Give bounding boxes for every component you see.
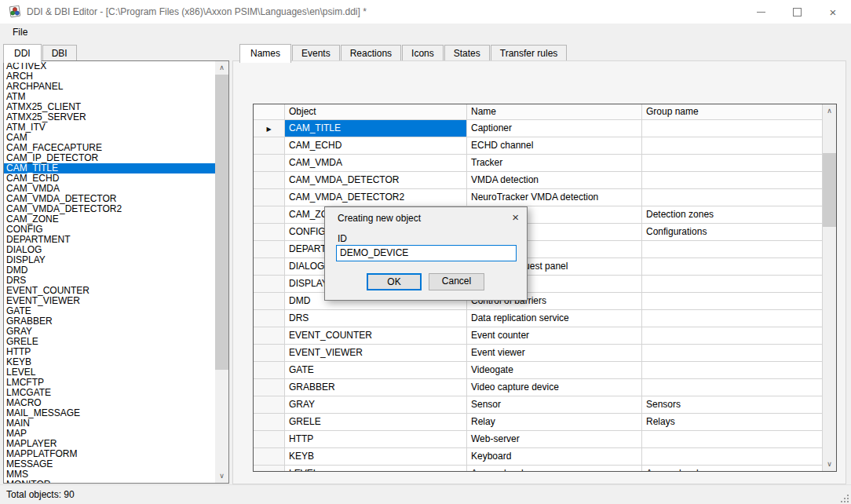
object-list[interactable]: ACTIVEXARCHARCHPANELATMATMX25_CLIENTATMX… (3, 60, 229, 484)
row-header[interactable] (254, 224, 285, 241)
cell-group[interactable] (642, 155, 823, 172)
list-item[interactable]: EVENT_VIEWER (4, 296, 228, 306)
cell-group[interactable] (642, 310, 823, 327)
list-item[interactable]: HTTP (4, 347, 228, 357)
table-row[interactable]: CAM_VMDATracker (254, 155, 823, 172)
cell-group[interactable] (642, 258, 823, 276)
row-header[interactable] (254, 276, 285, 293)
tab-reactions[interactable]: Reactions (341, 45, 401, 61)
list-scrollbar[interactable]: ∧ ∨ (215, 61, 228, 483)
table-row[interactable]: ▶CAM_TITLECaptioner (254, 120, 823, 137)
cell-name[interactable]: Relay (467, 414, 642, 431)
row-header[interactable] (254, 431, 285, 448)
table-row[interactable]: LEVELAccess levelAccess levels (254, 466, 823, 471)
table-row[interactable]: CAM_VMDA_DETECTORVMDA detection (254, 172, 823, 189)
row-header[interactable] (254, 448, 285, 466)
list-item[interactable]: MESSAGE (4, 459, 228, 469)
list-item[interactable]: GRELE (4, 337, 228, 347)
row-header[interactable] (254, 327, 285, 345)
cell-name[interactable]: Web-server (467, 431, 642, 448)
tab-transfer-rules[interactable]: Transfer rules (491, 45, 568, 61)
tab-icons[interactable]: Icons (402, 45, 444, 61)
scroll-up-icon[interactable]: ∧ (823, 104, 836, 118)
cell-object[interactable]: EVENT_VIEWER (285, 345, 467, 362)
table-row[interactable]: CAM_VMDA_DETECTOR2NeuroTracker VMDA dete… (254, 189, 823, 206)
cell-name[interactable]: Data replication service (467, 310, 642, 327)
table-row[interactable]: EVENT_VIEWEREvent viewer (254, 345, 823, 362)
cell-object[interactable]: CAM_VMDA (285, 155, 467, 172)
tab-dbi[interactable]: DBI (42, 45, 77, 61)
tab-states[interactable]: States (444, 45, 490, 61)
tab-events[interactable]: Events (292, 45, 340, 61)
row-header[interactable] (254, 172, 285, 189)
cell-group[interactable] (642, 172, 823, 189)
cell-group[interactable]: Detection zones (642, 206, 823, 224)
cell-object[interactable]: KEYB (285, 448, 467, 466)
row-header[interactable] (254, 466, 285, 471)
cell-group[interactable] (642, 120, 823, 137)
table-row[interactable]: EVENT_COUNTEREvent counter (254, 327, 823, 345)
dialog-close-button[interactable]: × (512, 210, 519, 224)
row-header[interactable] (254, 155, 285, 172)
cell-name[interactable]: Event viewer (467, 345, 642, 362)
list-item[interactable]: MONITOR (4, 480, 228, 484)
cell-group[interactable] (642, 379, 823, 396)
cell-object[interactable]: CAM_VMDA_DETECTOR2 (285, 189, 467, 206)
row-header[interactable] (254, 379, 285, 396)
cell-group[interactable]: Access levels (642, 466, 823, 471)
list-item[interactable]: DISPLAY (4, 255, 228, 265)
tab-ddi[interactable]: DDI (3, 44, 42, 63)
cell-group[interactable]: Sensors (642, 396, 823, 414)
list-scrollbar-thumb[interactable] (215, 75, 228, 370)
cell-group[interactable] (642, 293, 823, 310)
resize-grip-icon[interactable] (841, 495, 849, 502)
cell-name[interactable]: Tracker (467, 155, 642, 172)
row-header[interactable] (254, 396, 285, 414)
table-row[interactable]: KEYBKeyboard (254, 448, 823, 466)
cell-group[interactable] (642, 137, 823, 155)
grid-scrollbar[interactable]: ∧ ∨ (823, 104, 836, 471)
cell-name[interactable]: NeuroTracker VMDA detection (467, 189, 642, 206)
cell-name[interactable]: Event counter (467, 327, 642, 345)
column-header[interactable]: Name (467, 104, 642, 120)
cell-object[interactable]: HTTP (285, 431, 467, 448)
cell-name[interactable]: Video capture device (467, 379, 642, 396)
list-item[interactable]: ATM_ITV (4, 122, 228, 133)
cell-object[interactable]: EVENT_COUNTER (285, 327, 467, 345)
cell-group[interactable] (642, 276, 823, 293)
cell-object[interactable]: GRELE (285, 414, 467, 431)
list-item[interactable]: KEYB (4, 357, 228, 367)
scroll-down-icon[interactable]: ∨ (215, 469, 228, 483)
cell-object[interactable]: GRABBER (285, 379, 467, 396)
cell-group[interactable] (642, 327, 823, 345)
tab-names[interactable]: Names (239, 44, 291, 63)
column-header[interactable]: Object (285, 104, 467, 120)
scroll-down-icon[interactable]: ∨ (823, 458, 836, 471)
grid-corner-cell[interactable] (254, 104, 285, 120)
cell-object[interactable]: CAM_ECHD (285, 137, 467, 155)
menu-file[interactable]: File (0, 24, 35, 41)
cell-name[interactable]: Videogate (467, 362, 642, 379)
cell-group[interactable] (642, 362, 823, 379)
cell-name[interactable]: Captioner (467, 120, 642, 137)
cell-object[interactable]: LEVEL (285, 466, 467, 471)
list-item[interactable]: MAIN (4, 418, 228, 429)
list-item[interactable]: DMD (4, 265, 228, 276)
table-row[interactable]: CAM_ECHDECHD channel (254, 137, 823, 155)
row-header[interactable] (254, 241, 285, 258)
cell-group[interactable]: Relays (642, 414, 823, 431)
table-row[interactable]: GRAYSensorSensors (254, 396, 823, 414)
cell-object[interactable]: GATE (285, 362, 467, 379)
list-item[interactable]: GRABBER (4, 316, 228, 327)
cell-group[interactable]: Configurations (642, 224, 823, 241)
row-header[interactable] (254, 345, 285, 362)
cell-object[interactable]: DRS (285, 310, 467, 327)
cell-name[interactable]: VMDA detection (467, 172, 642, 189)
id-input[interactable]: DEMO_DEVICE (336, 245, 517, 261)
maximize-button[interactable] (779, 0, 815, 24)
row-header[interactable] (254, 189, 285, 206)
minimize-button[interactable] (743, 0, 779, 24)
cell-object[interactable]: GRAY (285, 396, 467, 414)
list-item[interactable]: MAIL_MESSAGE (4, 408, 228, 418)
table-row[interactable]: GRELERelayRelays (254, 414, 823, 431)
